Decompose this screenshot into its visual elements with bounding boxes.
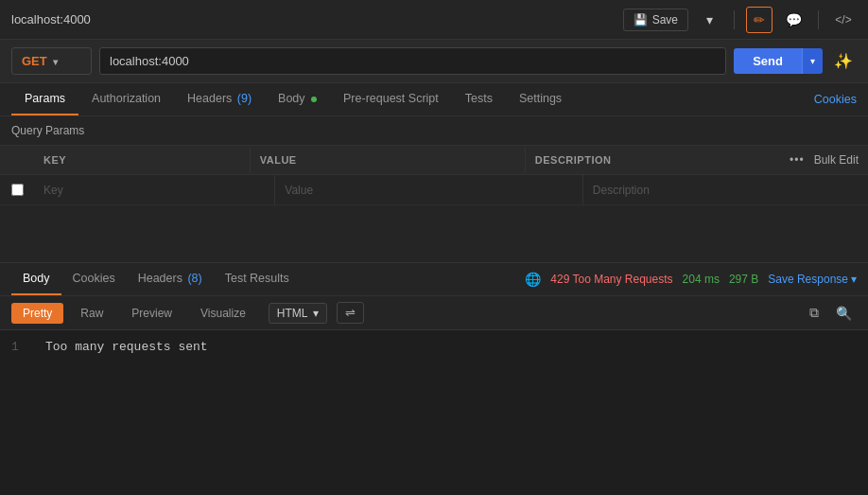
save-response-button[interactable]: Save Response ▾	[768, 273, 857, 286]
empty-params-area	[0, 205, 868, 262]
line-numbers: 1	[11, 340, 30, 354]
copy-button[interactable]: ⧉	[805, 303, 824, 323]
top-bar: localhost:4000 💾 Save ▾ ✏ 💬 </>	[0, 0, 868, 40]
format-type-chevron-icon: ▾	[313, 307, 319, 320]
cookies-link[interactable]: Cookies	[814, 84, 857, 115]
row-checkbox-input[interactable]	[11, 184, 24, 196]
table-header: KEY VALUE DESCRIPTION ••• Bulk Edit	[0, 146, 868, 175]
value-column-header: VALUE	[251, 147, 526, 173]
tab-body[interactable]: Body	[265, 83, 330, 115]
url-bar: GET Send ▾ ✨	[0, 40, 868, 83]
key-column-header: KEY	[34, 147, 251, 173]
wrap-button[interactable]: ⇌	[337, 302, 364, 324]
send-button-group: Send ▾	[734, 48, 823, 74]
save-response-chevron-icon: ▾	[851, 273, 857, 286]
line-number-1: 1	[11, 340, 30, 354]
code-area: 1 Too many requests sent	[0, 330, 868, 363]
format-tab-raw[interactable]: Raw	[69, 303, 114, 324]
response-section: Body Cookies Headers (8) Test Results 🌐 …	[0, 262, 868, 363]
value-cell[interactable]: Value	[275, 175, 583, 204]
query-params-label: Query Params	[0, 116, 868, 146]
code-line-1: Too many requests sent	[45, 340, 208, 354]
format-icons-right: ⧉ 🔍	[805, 303, 857, 323]
params-table: KEY VALUE DESCRIPTION ••• Bulk Edit Key …	[0, 146, 868, 205]
response-tabs-row: Body Cookies Headers (8) Test Results 🌐 …	[0, 263, 868, 296]
format-tabs-row: Pretty Raw Preview Visualize HTML ▾ ⇌ ⧉ …	[0, 296, 868, 330]
table-actions: ••• Bulk Edit	[780, 146, 868, 174]
window-title: localhost:4000	[11, 12, 91, 27]
save-icon: 💾	[634, 13, 648, 27]
response-tab-body[interactable]: Body	[11, 263, 61, 295]
format-type-label: HTML	[277, 307, 308, 320]
table-row: Key Value Description	[0, 175, 868, 205]
response-tab-test-results[interactable]: Test Results	[214, 263, 301, 295]
globe-icon: 🌐	[525, 272, 541, 287]
tab-settings[interactable]: Settings	[506, 83, 575, 115]
format-tab-preview[interactable]: Preview	[120, 303, 183, 324]
request-tabs-row: Params Authorization Headers (9) Body Pr…	[0, 83, 868, 116]
comment-button[interactable]: 💬	[780, 7, 807, 33]
row-checkbox[interactable]	[0, 176, 34, 203]
format-tab-pretty[interactable]: Pretty	[11, 303, 63, 324]
save-button[interactable]: 💾 Save	[623, 9, 688, 31]
send-button[interactable]: Send	[734, 48, 802, 74]
response-status-bar: 🌐 429 Too Many Requests 204 ms 297 B Sav…	[525, 272, 857, 287]
tab-headers[interactable]: Headers (9)	[174, 83, 265, 115]
send-dropdown-button[interactable]: ▾	[802, 48, 823, 74]
divider	[734, 10, 735, 29]
search-button[interactable]: 🔍	[831, 303, 857, 323]
response-time: 204 ms	[683, 273, 720, 286]
url-input[interactable]	[99, 47, 726, 75]
top-bar-actions: 💾 Save ▾ ✏ 💬 </>	[623, 7, 857, 33]
format-tab-visualize[interactable]: Visualize	[189, 303, 257, 324]
response-size: 297 B	[729, 273, 758, 286]
status-code: 429 Too Many Requests	[550, 273, 672, 286]
more-options-icon[interactable]: •••	[790, 153, 805, 167]
method-label: GET	[22, 54, 47, 68]
magic-button[interactable]: ✨	[830, 48, 857, 74]
checkbox-col-header	[0, 152, 34, 168]
tab-pre-request-script[interactable]: Pre-request Script	[330, 83, 452, 115]
tab-params[interactable]: Params	[11, 83, 78, 115]
method-select[interactable]: GET	[11, 47, 92, 75]
tab-tests[interactable]: Tests	[452, 83, 506, 115]
format-type-select[interactable]: HTML ▾	[269, 303, 327, 324]
response-tab-cookies[interactable]: Cookies	[61, 263, 127, 295]
tab-authorization[interactable]: Authorization	[78, 83, 174, 115]
edit-button[interactable]: ✏	[746, 7, 773, 33]
response-tab-headers[interactable]: Headers (8)	[127, 263, 214, 295]
code-content: Too many requests sent	[45, 340, 208, 354]
desc-column-header: DESCRIPTION	[526, 147, 780, 173]
method-chevron-icon	[53, 54, 58, 68]
code-button[interactable]: </>	[830, 7, 857, 33]
divider2	[818, 10, 819, 29]
dropdown-arrow-button[interactable]: ▾	[696, 7, 722, 33]
key-cell[interactable]: Key	[34, 175, 275, 204]
bulk-edit-button[interactable]: Bulk Edit	[814, 153, 859, 167]
desc-cell[interactable]: Description	[583, 175, 868, 204]
